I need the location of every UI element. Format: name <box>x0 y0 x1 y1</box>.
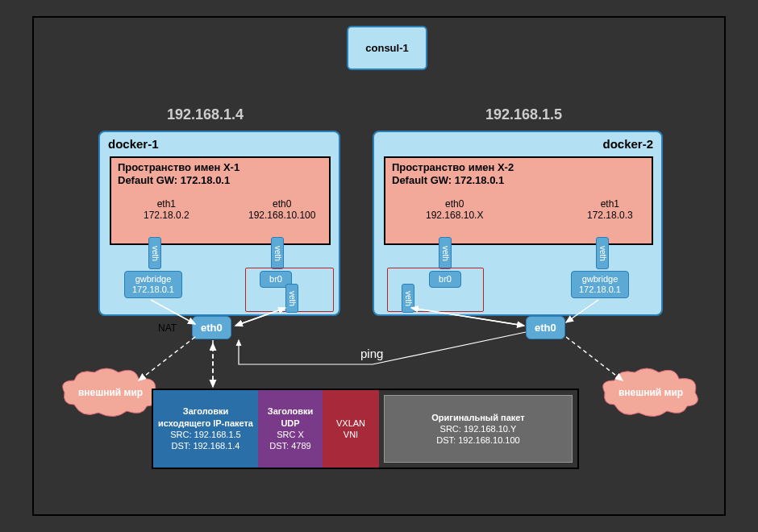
ns1-eth1: eth1172.18.0.2 <box>144 198 190 222</box>
eth0-1: eth0 <box>192 316 231 339</box>
gwbridge-1: gwbridge172.18.0.1 <box>124 271 182 298</box>
docker-2: docker-2 Пространство имен X-2 Default G… <box>373 131 663 316</box>
gwbridge-2: gwbridge172.18.0.1 <box>571 271 629 298</box>
ns2-eth1: eth1172.18.0.3 <box>587 198 633 222</box>
ns1-eth0: eth0192.168.10.100 <box>248 198 315 222</box>
nat-1: NAT <box>158 322 177 334</box>
namespace-2: Пространство имен X-2 Default GW: 172.18… <box>384 156 653 245</box>
veth-2c: veth <box>402 284 414 313</box>
cloud-2: внешний мир <box>598 364 703 421</box>
packet-original: Оригинальный пакет SRC: 192.168.10.Y DST… <box>384 395 573 463</box>
cloud-1-label: внешний мир <box>58 387 163 398</box>
ns1-title-2: Default GW: 172.18.0.1 <box>118 174 323 187</box>
veth-1a: veth <box>148 237 161 269</box>
veth-1b: veth <box>271 237 284 269</box>
ns1-title-1: Пространство имен X-1 <box>118 161 323 174</box>
consul-label: consul-1 <box>365 42 408 54</box>
docker-2-title: docker-2 <box>602 137 653 151</box>
veth-2a: veth <box>439 237 452 269</box>
docker-1-title: docker-1 <box>108 137 159 151</box>
diagram-canvas: consul-1 192.168.1.4 192.168.1.5 docker-… <box>32 16 726 516</box>
ns2-title-1: Пространство имен X-2 <box>392 161 645 174</box>
br0-2: br0 <box>429 271 461 288</box>
docker-1: docker-1 Пространство имен X-1 Default G… <box>98 131 340 316</box>
packet-ip-header: Заголовки исходящего IP-пакета SRC: 192.… <box>153 390 258 468</box>
host2-ip: 192.168.1.5 <box>485 106 562 123</box>
ns2-eth0: eth0192.168.10.X <box>426 198 483 222</box>
cloud-2-label: внешний мир <box>598 387 703 398</box>
packet-vxlan: VXLAN VNI <box>323 390 379 468</box>
veth-1c: veth <box>285 284 298 313</box>
packet-structure: Заголовки исходящего IP-пакета SRC: 192.… <box>152 389 579 469</box>
veth-2b: veth <box>596 237 609 269</box>
host1-ip: 192.168.1.4 <box>167 106 244 123</box>
eth0-2: eth0 <box>526 316 565 339</box>
consul-node: consul-1 <box>347 26 427 70</box>
namespace-1: Пространство имен X-1 Default GW: 172.18… <box>110 156 331 245</box>
packet-udp-header: Заголовки UDP SRC X DST: 4789 <box>258 390 323 468</box>
cloud-1: внешний мир <box>58 364 163 421</box>
packet-orig-wrap: Оригинальный пакет SRC: 192.168.10.Y DST… <box>379 390 577 468</box>
ping-label: ping <box>360 347 383 360</box>
ns2-title-2: Default GW: 172.18.0.1 <box>392 174 645 187</box>
